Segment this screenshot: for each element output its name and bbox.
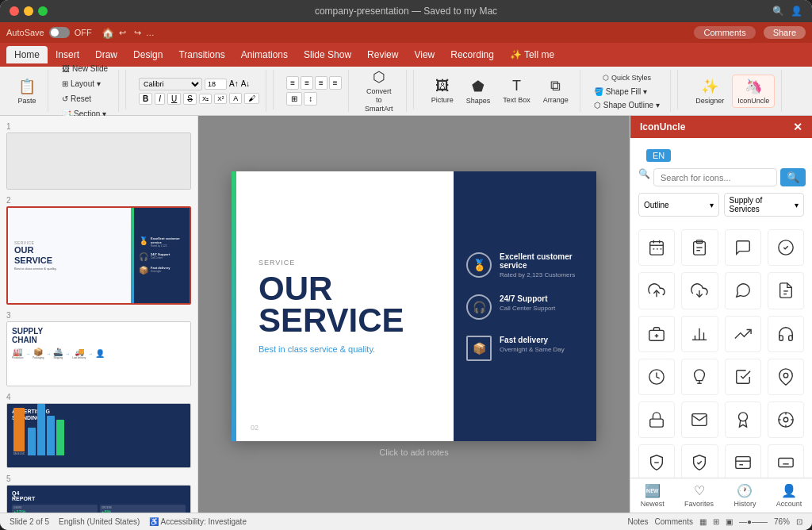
slide-2-image[interactable]: SERVICE OURSERVICE Best in class service… xyxy=(6,206,191,305)
icon-mail-list[interactable] xyxy=(725,444,761,478)
designer-button[interactable]: ✨ Designer xyxy=(691,75,729,107)
iconuncle-lang-selector[interactable]: EN xyxy=(646,149,671,162)
align-center-button[interactable]: ≡ xyxy=(301,76,313,90)
justify-button[interactable]: ≡ xyxy=(329,76,342,90)
reset-button[interactable]: ↺ Reset xyxy=(58,93,95,105)
subscript-button[interactable]: X₂ xyxy=(199,94,212,104)
slide-3-image[interactable]: SUPPLYCHAIN 🏭 Production → 📦 Packaging xyxy=(6,321,191,386)
comments-status-button[interactable]: Comments xyxy=(655,517,693,526)
columns-button[interactable]: ⊞ xyxy=(286,92,302,106)
slide-notes[interactable]: Click to add notes xyxy=(379,447,448,457)
bold-button[interactable]: B xyxy=(139,93,152,105)
icon-badge[interactable] xyxy=(725,401,761,438)
tab-design[interactable]: Design xyxy=(125,46,170,63)
textbox-button[interactable]: T Text Box xyxy=(498,75,535,106)
icon-cloud-download[interactable] xyxy=(681,272,718,309)
close-button[interactable] xyxy=(10,6,19,16)
line-spacing-button[interactable]: ↕ xyxy=(304,92,317,106)
icon-document[interactable] xyxy=(768,272,804,309)
icon-lock[interactable] xyxy=(638,401,675,438)
font-family-select[interactable]: Calibri xyxy=(139,78,202,90)
iconuncle-filter-style[interactable]: Outline ▾ xyxy=(638,193,719,217)
icon-shield-check[interactable] xyxy=(681,444,718,478)
slide-thumb-5[interactable]: 5 Q4REPORT USERS +12% ORDERS +8% xyxy=(6,474,191,513)
font-size-input[interactable] xyxy=(205,79,227,90)
tab-slideshow[interactable]: Slide Show xyxy=(296,46,359,63)
view-reading-icon[interactable]: ▣ xyxy=(726,517,733,526)
layout-button[interactable]: ⊞ Layout ▾ xyxy=(58,78,105,90)
tab-insert[interactable]: Insert xyxy=(48,46,87,63)
slide-5-image[interactable]: Q4REPORT USERS +12% ORDERS +8% E xyxy=(6,485,191,513)
footer-newest[interactable]: 🆕 Newest xyxy=(641,483,665,508)
icon-message[interactable] xyxy=(725,272,761,309)
tab-recording[interactable]: Recording xyxy=(442,46,502,63)
redo-icon[interactable]: ↪ xyxy=(134,28,141,38)
tab-animations[interactable]: Animations xyxy=(233,46,296,63)
tab-view[interactable]: View xyxy=(406,46,442,63)
iconuncle-button[interactable]: 🦄 IconUncle xyxy=(732,75,775,108)
footer-favorites[interactable]: ♡ Favorites xyxy=(684,483,714,508)
slide-thumb-4[interactable]: 4 ADVERTISINGSPENDING BASELINE xyxy=(6,393,191,468)
main-slide-area[interactable]: SERVICE OURSERVICE Best in class service… xyxy=(198,116,630,513)
autosave-toggle[interactable] xyxy=(49,27,70,38)
underline-button[interactable]: U xyxy=(167,93,181,105)
icon-chat[interactable] xyxy=(725,229,761,266)
share-profile-icon[interactable]: 👤 xyxy=(791,6,802,17)
comments-button[interactable]: Comments xyxy=(694,26,755,39)
search-icon[interactable]: 🔍 xyxy=(772,6,784,17)
icon-box[interactable] xyxy=(638,316,675,352)
view-grid-icon[interactable]: ⊞ xyxy=(713,517,719,526)
quick-styles-button[interactable]: ⬡ Quick Styles xyxy=(590,71,664,84)
shape-outline-button[interactable]: ⬡ Shape Outline ▾ xyxy=(590,99,664,111)
tab-transitions[interactable]: Transitions xyxy=(170,46,232,63)
icon-clipboard[interactable] xyxy=(681,229,718,266)
notes-button[interactable]: Notes xyxy=(627,517,648,526)
slide-1-image[interactable] xyxy=(6,132,191,190)
paste-button[interactable]: 📋 Paste xyxy=(13,75,41,107)
icon-headset[interactable] xyxy=(768,316,804,352)
slide-thumb-1[interactable]: 1 xyxy=(6,122,191,190)
icon-calendar[interactable] xyxy=(638,229,675,266)
slide-thumb-2[interactable]: 2 SERVICE OURSERVICE Best in class servi… xyxy=(6,196,191,305)
minimize-button[interactable] xyxy=(24,6,33,16)
share-button[interactable]: Share xyxy=(764,26,806,39)
icon-settings-circle[interactable] xyxy=(768,401,804,438)
italic-button[interactable]: I xyxy=(155,93,165,105)
view-normal-icon[interactable]: ▦ xyxy=(699,517,707,526)
footer-account[interactable]: 👤 Account xyxy=(776,483,802,508)
more-icon[interactable]: … xyxy=(146,28,155,37)
tab-review[interactable]: Review xyxy=(359,46,406,63)
icon-keyboard[interactable] xyxy=(768,444,804,478)
font-size-decrease[interactable]: A↓ xyxy=(241,79,251,88)
tab-home[interactable]: Home xyxy=(6,46,48,63)
icon-location[interactable] xyxy=(768,359,804,395)
convert-smartart-button[interactable]: ⬡ Convert to SmartArt xyxy=(358,66,400,115)
tab-draw[interactable]: Draw xyxy=(87,46,125,63)
superscript-button[interactable]: X² xyxy=(214,94,227,104)
font-color-button[interactable]: A xyxy=(229,93,242,104)
arrange-button[interactable]: ⧉ Arrange xyxy=(538,75,573,106)
slide-thumb-3[interactable]: 3 SUPPLYCHAIN 🏭 Production → 📦 xyxy=(6,311,191,386)
icon-trending-up[interactable] xyxy=(725,316,761,352)
zoom-slider[interactable]: —●—— xyxy=(739,517,768,526)
iconuncle-search-input[interactable] xyxy=(653,168,777,186)
iconuncle-filter-category[interactable]: Supply of Services ▾ xyxy=(724,193,805,217)
icon-shield-broken[interactable] xyxy=(638,444,675,478)
icon-checkmark[interactable] xyxy=(768,229,804,266)
slide-4-image[interactable]: ADVERTISINGSPENDING BASELINE xyxy=(6,403,191,468)
icon-cloud-upload[interactable] xyxy=(638,272,675,309)
iconuncle-search-button[interactable]: 🔍 xyxy=(780,168,806,186)
align-left-button[interactable]: ≡ xyxy=(286,76,299,90)
undo-icon[interactable]: ↩ xyxy=(119,28,126,38)
footer-history[interactable]: 🕐 History xyxy=(733,483,756,508)
shapes-button[interactable]: ⬟ Shapes xyxy=(462,75,496,107)
tab-tellme[interactable]: ✨ Tell me xyxy=(502,46,562,63)
zoom-fit-icon[interactable]: ⊡ xyxy=(796,517,802,526)
align-right-button[interactable]: ≡ xyxy=(315,76,327,90)
picture-button[interactable]: 🖼 Picture xyxy=(427,75,458,106)
font-size-increase[interactable]: A↑ xyxy=(229,79,239,88)
icon-bar-chart[interactable] xyxy=(681,316,718,352)
icon-lightbulb[interactable] xyxy=(681,359,718,395)
maximize-button[interactable] xyxy=(38,6,48,16)
icon-checklist[interactable] xyxy=(725,359,761,395)
